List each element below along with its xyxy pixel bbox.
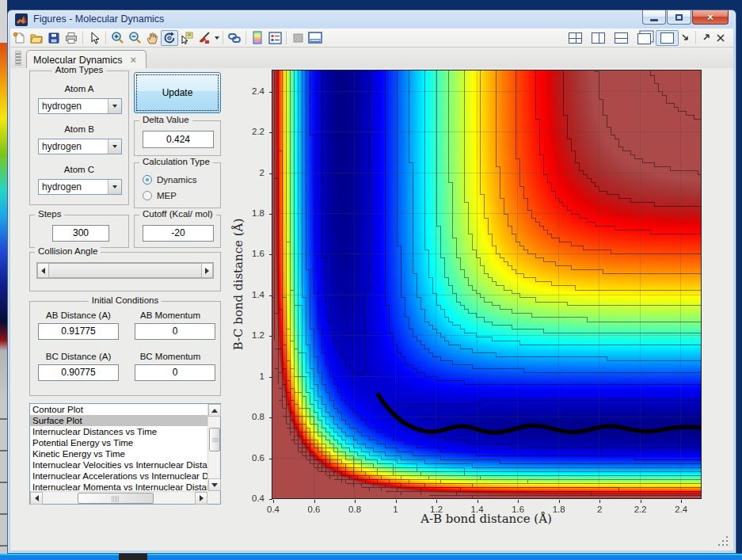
y-axis-tick-label: 1.2 bbox=[239, 330, 264, 340]
toolbar-separator bbox=[223, 31, 223, 44]
background-window-sliver bbox=[0, 0, 7, 560]
zoom-in-button[interactable] bbox=[108, 30, 126, 46]
chevron-down-icon bbox=[215, 36, 219, 40]
tile-rows-icon bbox=[615, 32, 628, 44]
print-figure-icon bbox=[65, 32, 78, 44]
title-bar[interactable]: Figures - Molecular Dynamics × bbox=[8, 10, 736, 29]
matlab-logo-icon bbox=[15, 13, 28, 26]
x-axis-tick-label: 1.8 bbox=[545, 505, 573, 514]
insert-colorbar-button[interactable] bbox=[249, 30, 266, 46]
y-axis-tick-label: 0.6 bbox=[239, 453, 264, 463]
single-window-button[interactable] bbox=[656, 30, 679, 46]
insert-legend-button[interactable] bbox=[266, 30, 283, 46]
insert-legend-icon bbox=[268, 32, 282, 44]
x-axis-tick bbox=[559, 500, 560, 503]
figure-axes-area: A-B bond distance (Å) B-C bond distance … bbox=[10, 68, 733, 550]
y-axis-tick bbox=[269, 336, 272, 337]
pan-button[interactable] bbox=[143, 30, 161, 46]
x-axis-tick bbox=[314, 500, 315, 503]
open-file-button[interactable] bbox=[28, 30, 45, 46]
show-plot-tools-icon bbox=[308, 32, 322, 44]
close-icon: × bbox=[707, 12, 713, 22]
x-axis-tick bbox=[396, 500, 397, 503]
data-cursor-icon bbox=[181, 32, 193, 44]
desktop: Figures - Molecular Dynamics × bbox=[0, 0, 742, 560]
y-axis-tick-label: 2.4 bbox=[239, 86, 264, 96]
y-axis-tick-label: 0.8 bbox=[239, 412, 264, 421]
x-axis-tick bbox=[436, 500, 437, 503]
tile-rows-button[interactable] bbox=[610, 30, 633, 46]
resize-grip[interactable] bbox=[718, 535, 729, 546]
gui-panel: Atom Types Atom A hydrogen Atom B hydrog… bbox=[10, 68, 733, 550]
x-axis-tick-label: 1.6 bbox=[504, 505, 532, 514]
x-axis-tick bbox=[641, 500, 641, 503]
brush-data-icon bbox=[198, 32, 211, 44]
brush-data-button[interactable] bbox=[196, 30, 213, 46]
rotate-3d-icon bbox=[163, 32, 176, 44]
cascade-windows-icon bbox=[637, 33, 651, 44]
x-axis-tick-label: 2.2 bbox=[626, 505, 655, 514]
minimize-button[interactable] bbox=[642, 10, 666, 25]
x-axis-tick bbox=[518, 500, 519, 503]
tile-grid-button[interactable] bbox=[564, 30, 587, 46]
tab-label: Molecular Dynamics bbox=[33, 55, 123, 66]
zoom-out-button[interactable] bbox=[126, 30, 143, 46]
maximize-icon bbox=[675, 14, 683, 21]
save-figure-button[interactable] bbox=[45, 30, 63, 46]
hide-plot-tools-button[interactable] bbox=[289, 30, 306, 46]
brush-dropdown-button[interactable] bbox=[213, 30, 220, 46]
x-axis-tick-label: 2 bbox=[585, 505, 614, 514]
tile-columns-icon bbox=[592, 32, 605, 44]
toolbar-separator bbox=[82, 31, 83, 44]
zoom-out-icon bbox=[128, 31, 142, 44]
figure-toolbar bbox=[10, 29, 733, 48]
tab-close-icon[interactable]: × bbox=[131, 55, 137, 65]
show-plot-tools-button[interactable] bbox=[306, 30, 324, 46]
background-sliver-marks bbox=[0, 401, 7, 554]
rotate-3d-button[interactable] bbox=[161, 30, 178, 46]
edit-plot-button[interactable] bbox=[86, 30, 103, 46]
cascade-windows-button[interactable] bbox=[633, 29, 656, 47]
tile-grid-icon bbox=[569, 32, 582, 44]
y-axis-tick-label: 2.2 bbox=[239, 127, 264, 136]
y-axis-tick bbox=[269, 417, 272, 418]
maximize-button[interactable] bbox=[667, 10, 691, 25]
edit-plot-cursor-icon bbox=[88, 32, 101, 44]
y-axis-tick-label: 1.4 bbox=[239, 290, 264, 299]
dock-arrow-icon[interactable] bbox=[681, 33, 691, 43]
hide-plot-tools-icon bbox=[292, 32, 304, 44]
x-axis-tick-label: 0.4 bbox=[259, 505, 287, 514]
undock-arrow-icon[interactable] bbox=[701, 33, 710, 43]
new-figure-button[interactable] bbox=[10, 30, 28, 46]
x-axis-tick-label: 2.4 bbox=[667, 505, 695, 514]
y-axis-tick bbox=[269, 499, 272, 500]
tile-columns-button[interactable] bbox=[587, 30, 610, 46]
y-axis-tick-label: 1 bbox=[239, 371, 264, 381]
y-axis-tick bbox=[269, 254, 272, 255]
x-axis-tick-label: 0.6 bbox=[300, 505, 329, 514]
y-axis-tick-label: 1.8 bbox=[239, 208, 264, 218]
close-button[interactable]: × bbox=[692, 10, 729, 25]
x-axis-tick-label: 1.2 bbox=[422, 505, 451, 514]
taskbar[interactable] bbox=[0, 554, 742, 560]
print-figure-button[interactable] bbox=[63, 30, 80, 46]
y-axis-tick-label: 0.4 bbox=[239, 493, 264, 503]
link-plot-icon bbox=[227, 32, 242, 44]
data-cursor-button[interactable] bbox=[178, 30, 196, 46]
link-plot-button[interactable] bbox=[226, 30, 243, 46]
y-axis-tick bbox=[269, 92, 272, 93]
save-figure-icon bbox=[48, 32, 60, 44]
new-figure-icon bbox=[13, 32, 25, 44]
background-colorbar-sliver bbox=[0, 43, 7, 401]
tab-strip-grip[interactable] bbox=[15, 51, 21, 66]
contour-plot-canvas[interactable] bbox=[272, 70, 701, 498]
minimize-icon bbox=[650, 19, 658, 21]
y-axis-tick bbox=[269, 377, 272, 378]
x-axis-tick bbox=[478, 500, 478, 503]
open-file-icon bbox=[30, 32, 43, 44]
x-axis-tick bbox=[273, 500, 274, 503]
close-group-icon[interactable] bbox=[716, 33, 725, 43]
insert-colorbar-icon bbox=[253, 31, 262, 44]
x-axis-tick-label: 1 bbox=[382, 505, 410, 514]
axes-box bbox=[272, 70, 702, 499]
